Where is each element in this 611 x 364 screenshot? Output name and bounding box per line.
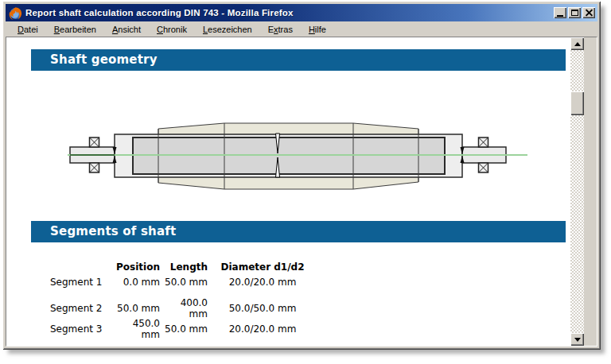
maximize-icon [571,10,578,16]
menu-item-ansicht[interactable]: Ansicht [107,23,146,36]
close-button[interactable] [582,7,595,18]
menu-item-chronik[interactable]: Chronik [151,23,193,36]
segment-diameter: 20.0/20.0 mm [211,277,314,288]
segment-position: 450.0 mm [112,318,160,340]
table-row-segment-1: Segment 1 0.0 mm 50.0 mm 20.0/20.0 mm [50,276,314,288]
arrow-up-icon [574,42,581,46]
section-title: Segments of shaft [50,224,176,238]
segment-label: Segment 2 [50,303,112,314]
window-title: Report shaft calculation according DIN 7… [25,8,554,17]
col-header-diameter: Diameter d1/d2 [211,261,314,273]
menu-item-extras[interactable]: Extras [263,23,298,36]
vertical-scrollbar [570,37,584,346]
segment-diameter: 50.0/50.0 mm [211,303,314,314]
segment-position: 0.0 mm [112,277,160,288]
menu-item-bearbeiten[interactable]: Bearbeiten [49,23,102,36]
scrollbar-thumb[interactable] [570,91,584,115]
table-row-segment-3: Segment 3 450.0 mm 50.0 mm 20.0/20.0 mm [50,318,314,331]
scrollbar-track[interactable] [570,50,584,333]
close-icon [586,10,593,16]
segment-position: 50.0 mm [112,303,160,314]
segment-diameter: 20.0/20.0 mm [211,323,314,335]
segment-length: 400.0 mm [160,297,208,319]
section-header-segments: Segments of shaft [31,221,566,242]
section-header-shaft-geometry: Shaft geometry [31,49,566,71]
scroll-down-button[interactable] [570,333,584,346]
menu-item-datei[interactable]: Datei [12,23,44,36]
report-page: Shaft geometry Segments of shaft Positio… [6,37,570,346]
content-area: Shaft geometry Segments of shaft Positio… [6,37,597,347]
firefox-icon [9,6,22,20]
segment-label: Segment 3 [50,323,112,335]
segment-length: 50.0 mm [160,323,208,335]
segments-table-header: Position Length Diameter d1/d2 [50,261,314,273]
menu-item-hilfe[interactable]: Hilfe [303,23,332,36]
segment-label: Segment 1 [50,277,112,288]
col-header-length: Length [160,261,208,273]
table-row-segment-2: Segment 2 50.0 mm 400.0 mm 50.0/50.0 mm [50,297,314,310]
maximize-button[interactable] [568,7,581,18]
minimize-icon [557,15,563,17]
menu-bar: Datei Bearbeiten Ansicht Chronik Lesezei… [6,21,597,37]
section-title: Shaft geometry [50,52,158,67]
menu-item-lesezeichen[interactable]: Lesezeichen [197,23,258,36]
col-header-position: Position [112,261,160,273]
segment-length: 50.0 mm [160,277,208,288]
scroll-up-button[interactable] [570,37,584,50]
minimize-button[interactable] [554,7,566,18]
title-bar[interactable]: Report shaft calculation according DIN 7… [6,4,597,21]
browser-window: Report shaft calculation according DIN 7… [2,1,601,350]
arrow-down-icon [574,338,581,342]
